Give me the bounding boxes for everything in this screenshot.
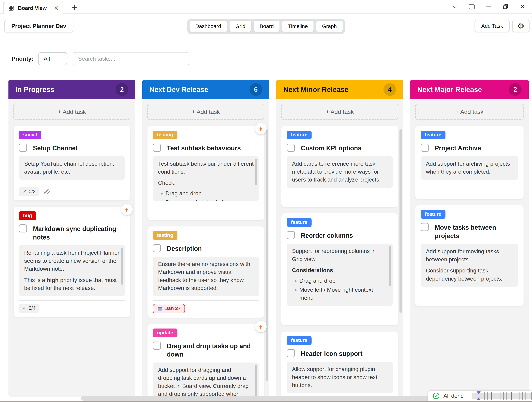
column-scrollbar[interactable] bbox=[266, 129, 268, 381]
column-header: Next Minor Release 4 bbox=[276, 80, 403, 99]
tag-badge: feature bbox=[287, 131, 311, 139]
task-card-reorder-columns[interactable]: feature Reorder columns Support for reor… bbox=[281, 213, 398, 325]
column-body: + Add task social Setup Channel Setup Yo… bbox=[8, 99, 135, 397]
check-circle-icon bbox=[432, 392, 440, 400]
task-checkbox[interactable] bbox=[19, 144, 27, 152]
column-body: + Add task feature Custom KPI options Ad… bbox=[276, 99, 403, 397]
column-next-major-release: Next Major Release 2 + Add task feature … bbox=[410, 80, 529, 397]
tab-close-icon[interactable]: × bbox=[54, 4, 58, 12]
close-button[interactable]: × bbox=[514, 0, 531, 13]
task-card-project-archive[interactable]: feature Project Archive Add support for … bbox=[415, 126, 524, 199]
sidebar-toggle-icon[interactable] bbox=[463, 0, 480, 13]
search-input[interactable] bbox=[73, 52, 190, 65]
task-card-header-icon[interactable]: feature Header Icon support Allow suppor… bbox=[281, 331, 398, 397]
task-title: Test subtask behaviours bbox=[167, 143, 241, 153]
task-checkbox[interactable] bbox=[153, 144, 161, 152]
add-task-dropzone[interactable]: + Add task bbox=[13, 104, 130, 120]
card-divider bbox=[19, 184, 125, 184]
priority-select[interactable]: All bbox=[38, 52, 67, 65]
description-scrollbar[interactable] bbox=[255, 159, 257, 185]
minimize-button[interactable] bbox=[480, 0, 497, 13]
project-selector-button[interactable]: Project Planner Dev bbox=[4, 20, 73, 32]
column-in-progress: In Progress 2 + Add task social Setup Ch… bbox=[8, 80, 135, 397]
task-card-setup-channel[interactable]: social Setup Channel Setup YouTube chann… bbox=[13, 126, 130, 201]
tag-badge: testing bbox=[153, 131, 177, 139]
task-checkbox[interactable] bbox=[153, 244, 161, 252]
task-checkbox[interactable] bbox=[421, 223, 429, 231]
description-scrollbar[interactable] bbox=[389, 246, 391, 286]
task-checkbox[interactable] bbox=[287, 144, 295, 152]
task-title: Drag and drop tasks up and down bbox=[167, 341, 259, 359]
subtask-progress-pill[interactable]: ✓ 2/4 bbox=[19, 304, 39, 313]
task-card-markdown-sync[interactable]: bug Markdown sync duplicating notes Rena… bbox=[13, 207, 130, 317]
column-count-badge: 2 bbox=[116, 83, 128, 96]
task-checkbox[interactable] bbox=[19, 224, 27, 232]
tab-grid[interactable]: Grid bbox=[230, 21, 251, 32]
task-card-move-tasks[interactable]: feature Move tasks between projects Add … bbox=[415, 205, 524, 306]
description-bullet: Drag and drop bbox=[165, 190, 253, 197]
due-date-label: Jan 27 bbox=[165, 306, 181, 311]
restore-button[interactable] bbox=[497, 0, 514, 13]
task-checkbox[interactable] bbox=[287, 349, 295, 357]
card-divider bbox=[153, 205, 259, 205]
description-scrollbar[interactable] bbox=[121, 248, 123, 285]
tag-badge: feature bbox=[421, 210, 445, 219]
tag-badge: feature bbox=[421, 131, 445, 139]
tab-board-view[interactable]: Board View × bbox=[3, 2, 63, 14]
subtask-progress-pill[interactable]: ✓ 0/2 bbox=[19, 187, 39, 196]
lightning-icon bbox=[255, 321, 267, 332]
column-title: Next Major Release bbox=[417, 86, 509, 94]
tab-bar: Board View × + × bbox=[0, 0, 532, 14]
card-divider bbox=[421, 291, 518, 291]
column-scrollbar[interactable] bbox=[399, 129, 402, 313]
window-controls: × bbox=[446, 0, 531, 13]
column-title: In Progress bbox=[15, 86, 116, 94]
task-checkbox[interactable] bbox=[287, 231, 295, 239]
new-tab-button[interactable]: + bbox=[68, 1, 81, 13]
add-task-dropzone[interactable]: + Add task bbox=[281, 104, 398, 120]
due-date-pill[interactable]: Jan 27 bbox=[153, 304, 185, 313]
description-bullet: Move left / Move right context menu bbox=[299, 286, 387, 302]
task-card-custom-kpi[interactable]: feature Custom KPI options Add cards to … bbox=[281, 126, 398, 207]
card-divider bbox=[19, 300, 125, 301]
task-description: Add support for archiving projects when … bbox=[421, 156, 518, 180]
tag-badge: social bbox=[19, 131, 41, 139]
task-card-test-subtask[interactable]: testing Test subtask behaviours Test sub… bbox=[147, 126, 264, 220]
task-card-description[interactable]: testing Description Ensure there are no … bbox=[147, 226, 264, 318]
task-card-drag-drop[interactable]: update Drag and drop tasks up and down A… bbox=[147, 324, 264, 397]
kanban-board: In Progress 2 + Add task social Setup Ch… bbox=[8, 80, 529, 397]
column-title: Next Dev Release bbox=[149, 86, 249, 94]
task-checkbox[interactable] bbox=[421, 144, 429, 152]
task-description: Add support for dragging and dropping ta… bbox=[153, 363, 259, 397]
task-description: Ensure there are no regressions with Mar… bbox=[153, 257, 259, 296]
task-description: Renaming a task from Project Planner see… bbox=[19, 245, 125, 296]
timeline-ruler[interactable] bbox=[472, 392, 532, 400]
task-description: Setup YouTube channel description, avata… bbox=[19, 156, 125, 180]
check-icon: ✓ bbox=[23, 305, 27, 311]
app-header: Project Planner Dev Dashboard Grid Board… bbox=[0, 14, 532, 39]
add-task-dropzone[interactable]: + Add task bbox=[415, 104, 524, 120]
task-checkbox[interactable] bbox=[153, 342, 161, 350]
column-header: Next Dev Release 6 bbox=[142, 80, 269, 99]
task-description: Allow support for changing plugin header… bbox=[287, 362, 393, 393]
task-title: Description bbox=[167, 244, 202, 253]
description-scrollbar[interactable] bbox=[255, 365, 257, 397]
task-title: Markdown sync duplicating notes bbox=[33, 224, 125, 242]
lightning-icon bbox=[255, 123, 267, 134]
task-title: Custom KPI options bbox=[301, 143, 361, 153]
gear-icon[interactable]: ⚙ bbox=[512, 20, 530, 32]
chevron-down-icon[interactable] bbox=[446, 0, 463, 13]
tab-timeline[interactable]: Timeline bbox=[282, 21, 313, 32]
add-task-dropzone[interactable]: + Add task bbox=[147, 104, 264, 120]
tab-dashboard[interactable]: Dashboard bbox=[190, 21, 227, 32]
tab-graph[interactable]: Graph bbox=[316, 21, 342, 32]
description-bullet: Parent to subtask relationships bbox=[165, 198, 253, 201]
view-switcher: Dashboard Grid Board Timeline Graph bbox=[187, 19, 345, 34]
tab-board[interactable]: Board bbox=[254, 21, 279, 32]
tab-title: Board View bbox=[18, 5, 50, 11]
status-bar: All done bbox=[428, 391, 532, 401]
task-title: Reorder columns bbox=[301, 231, 353, 240]
add-task-button[interactable]: Add Task bbox=[475, 20, 510, 32]
priority-label: Priority: bbox=[12, 56, 33, 62]
column-next-minor-release: Next Minor Release 4 + Add task feature … bbox=[276, 80, 403, 397]
